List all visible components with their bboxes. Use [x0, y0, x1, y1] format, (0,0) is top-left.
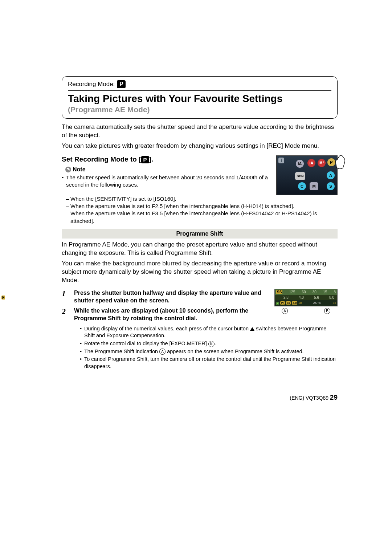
shift-paragraph-2: You can make the background more blurred… [62, 260, 338, 285]
expo-ev: ±0 [298, 301, 302, 305]
note-sublist: When the [SENSITIVITY] is set to [ISO160… [66, 195, 338, 225]
ss-val: 125 [289, 290, 295, 294]
step-note-2: Rotate the control dial to display the [… [80, 340, 338, 347]
note-heading: ✎ Note [65, 166, 271, 173]
p-mode-inline-icon: P [141, 156, 149, 163]
note-label: Note [73, 166, 86, 173]
step-note-1: During display of the numerical values, … [80, 325, 338, 339]
expo-ct: 98 [333, 301, 336, 305]
note-list: The shutter speed is automatically set b… [62, 174, 338, 189]
note-bullet-1: The shutter speed is automatically set b… [62, 174, 338, 189]
text-span: During display of the numerical values, … [84, 326, 250, 331]
label-a-icon: A [282, 308, 288, 314]
p-mode-icon: P [117, 80, 126, 88]
programme-shift-header: Programme Shift [62, 229, 338, 239]
expo-val: 4.0 [292, 301, 297, 305]
expo-iso: AUTO [303, 301, 332, 305]
step-number-1: 1 [62, 289, 69, 305]
intro-paragraph-1: The camera automatically sets the shutte… [62, 123, 338, 140]
header-box: Recording Mode: P Taking Pictures with Y… [62, 76, 338, 119]
step-number-2: 2 [62, 307, 69, 322]
step-note-3: The Programme Shift indication A appears… [80, 348, 338, 355]
f-val: 4.0 [299, 296, 304, 300]
note-dash-1: When the [SENSITIVITY] is set to [ISO160… [66, 195, 338, 203]
footer-code: VQT3Q89 [306, 395, 328, 401]
step-text-1: Press the shutter button halfway and dis… [74, 289, 269, 305]
cursor-up-icon [250, 327, 254, 331]
steps-list: 1 Press the shutter button halfway and d… [62, 289, 269, 322]
intro-paragraph-2: You can take pictures with greater freed… [62, 142, 338, 150]
expo-val: 60 [286, 301, 291, 305]
mode-dot: iA [296, 160, 304, 168]
step-note-4: To cancel Programme Shift, turn the came… [80, 356, 338, 370]
note-dash-2: When the aperture value is set to F2.5 [… [66, 203, 338, 210]
recording-mode-line: Recording Mode: P [68, 80, 331, 88]
info-icon: i [278, 158, 284, 163]
mode-iap-icon: iA⁺ [318, 159, 326, 167]
f-val: 2.8 [283, 296, 289, 300]
label-a-inline-icon: A [159, 349, 166, 355]
step-notes: During display of the numerical values, … [62, 325, 338, 370]
finger-touch-icon [333, 154, 346, 170]
set-rec-suffix: ]. [149, 155, 154, 163]
divider [68, 90, 331, 91]
step-text-2: While the values are displayed (about 10… [74, 307, 269, 322]
page-number: 29 [330, 394, 338, 401]
label-b-inline-icon: B [208, 341, 215, 347]
ss-val: 30 [313, 290, 317, 294]
ss-val: 15 [323, 290, 327, 294]
text-span: . [215, 341, 216, 346]
label-b-icon: B [324, 308, 330, 314]
recording-mode-label: Recording Mode: [68, 81, 115, 88]
f-val: 8.0 [329, 296, 334, 300]
footer-lang: (ENG) [290, 395, 304, 401]
page-subtitle: (Programme AE Mode) [68, 105, 331, 114]
set-rec-prefix: Set Recording Mode to [ [62, 155, 141, 163]
mode-ia-icon: iA [307, 159, 315, 167]
note-dash-3: When the aperture value is set to F3.5 [… [66, 210, 338, 225]
ss-val: 8 [334, 290, 336, 294]
text-span: The Programme Shift indication [84, 349, 159, 354]
text-span: appears on the screen when Programme Shi… [166, 349, 303, 354]
page-title: Taking Pictures with Your Favourite Sett… [68, 93, 331, 105]
f-val: 5.6 [314, 296, 319, 300]
ps-indicator: P↕ [280, 301, 285, 305]
text-span: Rotate the control dial to display the [… [84, 341, 208, 346]
page-footer: (ENG) VQT3Q89 29 [290, 394, 338, 402]
shift-paragraph-1: In Programme AE Mode, you can change the… [62, 241, 338, 257]
f-label: F [1, 296, 5, 300]
ss-label: SS [276, 290, 282, 294]
note-icon: ✎ [65, 167, 71, 172]
expo-meter-illustration: SS 125 60 30 15 8 F 2.8 4.0 5.6 8.0 ▣ P↕ [274, 289, 338, 314]
ss-val: 60 [302, 290, 306, 294]
